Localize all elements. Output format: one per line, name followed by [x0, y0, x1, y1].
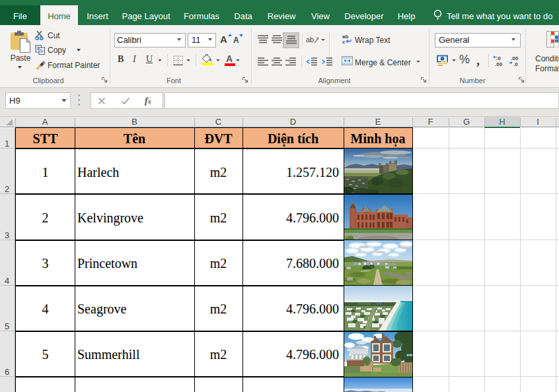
svg-text:.00: .00: [495, 61, 503, 67]
svg-text:c: c: [342, 39, 346, 44]
svg-text:ab: ab: [306, 36, 314, 44]
svg-text:.0: .0: [513, 61, 518, 67]
